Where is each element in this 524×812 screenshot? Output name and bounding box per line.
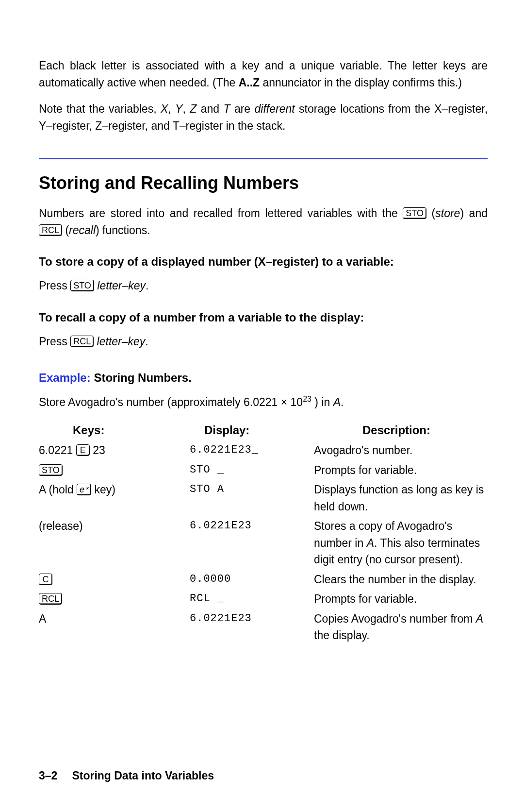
example-heading: Example: Storing Numbers. (39, 369, 488, 387)
text: Numbers are stored into and recalled fro… (39, 207, 403, 220)
example-title: Storing Numbers. (91, 371, 192, 384)
keys-cell: (release) (39, 516, 190, 570)
table-row: A 6.0221E23 Copies Avogadro's number fro… (39, 609, 488, 645)
text: , (168, 102, 175, 115)
var-a: A (367, 537, 374, 549)
text: key) (91, 483, 115, 496)
different-word: different (255, 102, 295, 115)
var-a: A (476, 612, 483, 625)
display-cell: 6.0221E23_ (190, 440, 314, 460)
letter-key-text: letter–key (94, 335, 145, 348)
recall-instruction: Press RCL letter–key. (39, 333, 488, 350)
col-header-keys: Keys: (39, 420, 190, 440)
text: 6.0221 (39, 444, 76, 457)
desc-cell: Displays function as long as key is held… (314, 480, 488, 516)
display-cell: 6.0221E23 (190, 609, 314, 645)
example-intro: Store Avogadro's number (approximately 6… (39, 393, 488, 410)
table-header-row: Keys: Display: Description: (39, 420, 488, 440)
recall-word: recall (69, 224, 96, 237)
text: Copies Avogadro's number from (314, 612, 476, 625)
desc-cell: Prompts for variable. (314, 589, 488, 609)
var-t: T (223, 102, 230, 115)
section-divider (39, 158, 488, 159)
example-table: Keys: Display: Description: 6.0221 E 23 … (39, 420, 488, 645)
table-row: A (hold eˣ key) STO A Displays function … (39, 480, 488, 516)
text: Store Avogadro's number (approximately 6… (39, 396, 303, 408)
text: , (182, 102, 190, 115)
example-label: Example: (39, 371, 91, 384)
rcl-key-icon: RCL (39, 593, 62, 605)
intro-paragraph-1: Each black letter is associated with a k… (39, 57, 488, 91)
section-intro: Numbers are stored into and recalled fro… (39, 205, 488, 238)
desc-cell: Avogadro's number. (314, 440, 488, 460)
sto-key-icon: STO (70, 280, 94, 291)
sto-key-icon: STO (39, 464, 63, 476)
section-heading: Storing and Recalling Numbers (39, 170, 488, 196)
text: A (hold (39, 483, 77, 496)
rcl-key-icon: RCL (70, 336, 94, 347)
keys-cell: RCL (39, 589, 190, 609)
keys-cell: C (39, 570, 190, 590)
annunciator-label: A..Z (239, 76, 260, 89)
text: 23 (90, 444, 105, 457)
desc-cell: Copies Avogadro's number from A the disp… (314, 609, 488, 645)
text: ( (426, 207, 435, 220)
table-row: RCL RCL _ Prompts for variable. (39, 589, 488, 609)
text: Note that the variables, (39, 102, 161, 115)
text: ) in (311, 396, 333, 408)
col-header-display: Display: (190, 420, 314, 440)
text: the display. (314, 629, 370, 642)
display-cell: STO _ (190, 460, 314, 480)
rcl-key-icon: RCL (39, 224, 62, 236)
desc-cell: Stores a copy of Avogadro's number in A.… (314, 516, 488, 570)
display-cell: 6.0221E23 (190, 516, 314, 570)
intro-paragraph-2: Note that the variables, X, Y, Z and T a… (39, 101, 488, 134)
exponent: 23 (303, 395, 311, 403)
text: . (341, 396, 344, 408)
table-row: C 0.0000 Clears the number in the displa… (39, 570, 488, 590)
letter-key-text: letter–key (94, 279, 146, 292)
desc-cell: Prompts for variable. (314, 460, 488, 480)
var-x: X (161, 102, 168, 115)
table-row: (release) 6.0221E23 Stores a copy of Avo… (39, 516, 488, 570)
text: and (196, 102, 223, 115)
display-cell: 0.0000 (190, 570, 314, 590)
e-key-icon: E (76, 444, 90, 456)
display-cell: STO A (190, 480, 314, 516)
table-row: 6.0221 E 23 6.0221E23_ Avogadro's number… (39, 440, 488, 460)
text: ( (62, 224, 69, 237)
text: are (230, 102, 255, 115)
store-instruction: Press STO letter–key. (39, 277, 488, 294)
var-z: Z (190, 102, 196, 115)
store-word: store (435, 207, 460, 220)
desc-cell: Clears the number in the display. (314, 570, 488, 590)
col-header-desc: Description: (314, 420, 488, 440)
text: . (146, 279, 148, 292)
text: annunciator in the display confirms this… (260, 76, 462, 89)
keys-cell: STO (39, 460, 190, 480)
var-y: Y (175, 102, 182, 115)
table-row: STO STO _ Prompts for variable. (39, 460, 488, 480)
text: ) and (460, 207, 488, 220)
subhead-store: To store a copy of a displayed number (X… (39, 253, 488, 271)
keys-cell: A (hold eˣ key) (39, 480, 190, 516)
display-cell: RCL _ (190, 589, 314, 609)
ex-key-icon: eˣ (77, 484, 91, 495)
text: ) functions. (96, 224, 150, 237)
text: . (145, 335, 148, 348)
keys-cell: 6.0221 E 23 (39, 440, 190, 460)
var-a: A (333, 396, 341, 408)
text: Press (39, 279, 70, 292)
text: Press (39, 335, 70, 348)
sto-key-icon: STO (403, 207, 426, 219)
keys-cell: A (39, 609, 190, 645)
subhead-recall: To recall a copy of a number from a vari… (39, 309, 488, 326)
c-key-icon: C (39, 574, 52, 585)
